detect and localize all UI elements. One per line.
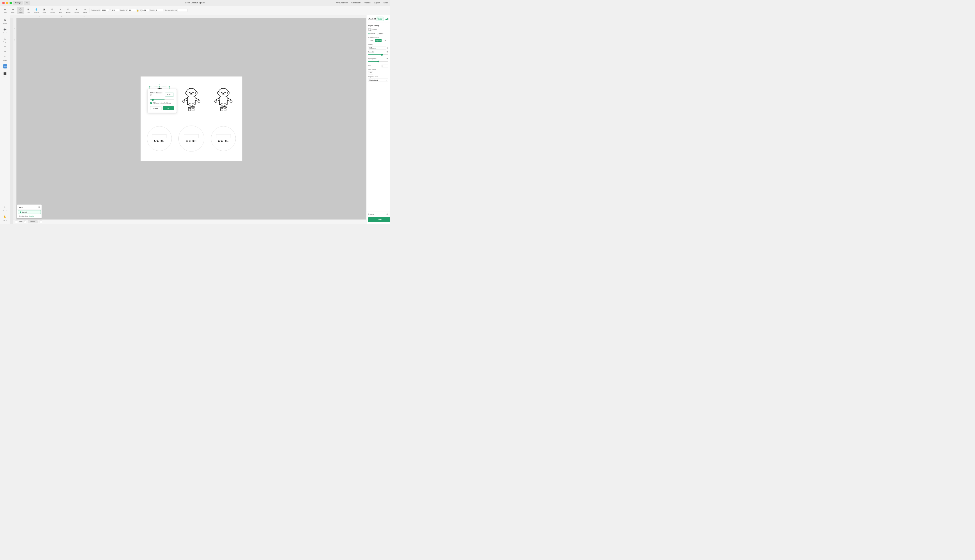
shop-link[interactable]: Shop bbox=[383, 2, 388, 4]
handle-tr[interactable] bbox=[169, 86, 170, 87]
offset-slider[interactable] bbox=[150, 99, 174, 100]
svg-point-21 bbox=[190, 93, 192, 94]
close-dot[interactable] bbox=[2, 2, 5, 4]
redo-icon: ↪ bbox=[11, 8, 15, 11]
cut-tab[interactable]: Cut bbox=[382, 39, 388, 42]
zoom-out-button[interactable]: − bbox=[15, 220, 18, 223]
ungroup-button[interactable]: ⊡ Ungroup bbox=[48, 7, 56, 14]
signal-bar-1 bbox=[385, 19, 386, 20]
output-radio[interactable]: Output bbox=[368, 33, 375, 34]
arrange-button[interactable]: ⧉ Arrange bbox=[65, 7, 72, 14]
sidebar-item-hand[interactable]: ✋ Hand bbox=[0, 213, 10, 222]
ok-button[interactable]: OK bbox=[163, 107, 174, 110]
handle-tm[interactable] bbox=[159, 86, 160, 87]
sidebar-item-code[interactable]: ⬛ Code bbox=[0, 70, 10, 79]
slider-container bbox=[150, 99, 174, 100]
svg-rect-35 bbox=[220, 97, 227, 105]
rotate-input[interactable] bbox=[155, 9, 163, 12]
sidebar-item-vector[interactable]: ✒ Vector bbox=[0, 53, 10, 62]
canvas-content[interactable]: 10 20 bbox=[13, 18, 366, 220]
connect-button[interactable]: Connect device bbox=[376, 17, 384, 21]
ogre-cell-3 bbox=[208, 80, 239, 118]
w-input[interactable] bbox=[128, 9, 136, 12]
add-canvas-button[interactable]: + bbox=[39, 220, 42, 223]
engraving-mode-select[interactable]: Bi-directional bbox=[368, 78, 388, 82]
gear-icon[interactable]: ⚙ bbox=[386, 213, 388, 215]
layer-header: Layer ☰ bbox=[17, 205, 42, 210]
speed-row: Speed(mm/s) 100 bbox=[368, 58, 388, 63]
group-button[interactable]: ▣ Group bbox=[41, 7, 48, 14]
ignore-radio-input[interactable] bbox=[377, 33, 378, 34]
sidebar-item-image[interactable]: 🖼 Image bbox=[0, 17, 10, 25]
inner-outline-checkbox[interactable] bbox=[150, 102, 152, 104]
lines-select[interactable]: 100 bbox=[368, 72, 373, 75]
layer-menu-icon[interactable]: ☰ bbox=[38, 206, 40, 208]
setting-copy-icon[interactable]: ⧉ bbox=[387, 47, 388, 49]
settings-button[interactable]: Settings bbox=[13, 1, 23, 5]
score-tab[interactable]: Score bbox=[368, 39, 375, 42]
checkbox-label: Add inner outline for bitmap bbox=[153, 102, 171, 104]
support-link[interactable]: Support bbox=[374, 2, 380, 4]
output-radio-input[interactable] bbox=[368, 33, 370, 34]
sidebar-item-text[interactable]: T Text bbox=[0, 45, 10, 53]
outline-button[interactable]: ⬡ Outline bbox=[17, 7, 24, 14]
handle-tl[interactable] bbox=[149, 86, 150, 87]
sidebar-item-select[interactable]: ↖ Select bbox=[0, 204, 10, 213]
speed-slider[interactable] bbox=[368, 61, 388, 62]
canvas-area[interactable]: 10 20 30 10 20 bbox=[10, 15, 366, 224]
svg-text:10: 10 bbox=[38, 16, 40, 17]
y-input[interactable] bbox=[111, 9, 119, 12]
setting-select[interactable]: Reference bbox=[368, 46, 386, 50]
array-button[interactable]: ⊞ Array bbox=[25, 7, 32, 14]
corner-input[interactable] bbox=[177, 9, 187, 12]
engrave-tab[interactable]: Engrave bbox=[375, 39, 382, 42]
combine-button[interactable]: ⊕ Combine bbox=[73, 7, 80, 14]
lines-label: Lines per cm bbox=[368, 69, 388, 71]
lock-icon[interactable]: 🔒 bbox=[137, 9, 139, 12]
text-icon: T bbox=[3, 46, 7, 50]
announcement-link[interactable]: Announcement bbox=[336, 2, 348, 4]
cancel-button[interactable]: Cancel bbox=[150, 107, 162, 110]
pass-row: Pass bbox=[368, 65, 388, 67]
canvas-white[interactable]: OGRE OGRE OGRE bbox=[140, 77, 242, 161]
rotate-handle[interactable] bbox=[159, 84, 160, 85]
redo-button[interactable]: ↪ Redo bbox=[10, 7, 17, 14]
file-button[interactable]: File bbox=[24, 1, 30, 5]
x-input[interactable] bbox=[101, 9, 109, 12]
svg-point-36 bbox=[215, 100, 217, 102]
projects-link[interactable]: Projects bbox=[364, 2, 370, 4]
minimize-dot[interactable] bbox=[6, 2, 8, 4]
zoom-in-button[interactable]: + bbox=[23, 220, 26, 223]
start-button[interactable]: Start bbox=[368, 217, 390, 222]
dialog-buttons: Cancel OK bbox=[150, 107, 174, 110]
pass-input[interactable] bbox=[382, 65, 388, 67]
layer-item[interactable]: Layer 1 bbox=[18, 210, 41, 214]
signal-bars bbox=[385, 18, 388, 20]
move-to-link[interactable]: Move to bbox=[29, 215, 33, 217]
community-link[interactable]: Community bbox=[351, 2, 360, 4]
sidebar-item-xart[interactable]: xArt bbox=[0, 63, 10, 70]
sidebar-item-insert[interactable]: ➕ Insert bbox=[0, 26, 10, 35]
undo-button[interactable]: ↩ Undo bbox=[2, 7, 8, 14]
sidebar-item-shape[interactable]: ⬡ Shape bbox=[0, 35, 10, 44]
app-title: xTool Creative Space bbox=[185, 2, 205, 4]
device-controls: Connect device bbox=[376, 17, 388, 21]
h-input[interactable] bbox=[142, 9, 149, 12]
power-slider[interactable] bbox=[368, 55, 388, 55]
badge-2: OGRE bbox=[178, 125, 204, 152]
smart-fill-button[interactable]: 💧 Smart fill bbox=[32, 7, 40, 14]
setting-label: Setting bbox=[368, 44, 388, 46]
reflect-icon: ⇔ bbox=[83, 8, 87, 11]
ignore-radio[interactable]: Ignore bbox=[377, 33, 383, 34]
offset-input[interactable] bbox=[165, 93, 174, 97]
maximize-dot[interactable] bbox=[10, 2, 12, 4]
reflect-button[interactable]: ⇔ Reflect bbox=[81, 7, 88, 14]
vector-label: Vector bbox=[373, 29, 377, 30]
canvas-tab[interactable]: Canvas1 bbox=[28, 220, 38, 223]
speed-label: Speed(mm/s) bbox=[368, 58, 384, 60]
badge-rect-1 bbox=[152, 134, 167, 138]
lines-row: Lines per cm 100 bbox=[368, 69, 388, 75]
vector-icon-box bbox=[368, 28, 372, 31]
align-button[interactable]: ≡ Align bbox=[57, 7, 64, 14]
canvas-background[interactable]: OGRE OGRE OGRE bbox=[17, 18, 366, 220]
